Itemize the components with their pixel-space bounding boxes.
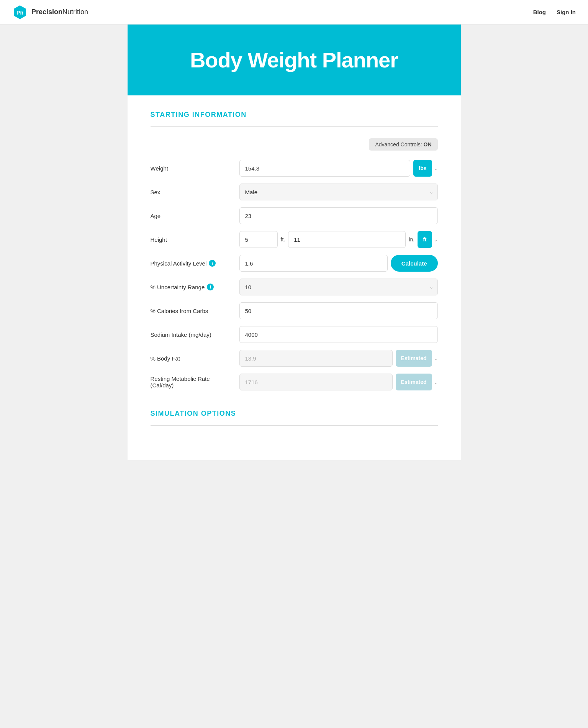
starting-info-title: STARTING INFORMATION — [151, 111, 438, 119]
svg-text:Pn: Pn — [16, 10, 23, 16]
brand-logo: Pn PrecisionNutrition — [12, 5, 88, 20]
weight-unit-wrapper: lbs ⌄ — [413, 160, 437, 177]
rmr-estimated-button[interactable]: Estimated — [396, 374, 432, 390]
weight-unit-chevron-icon[interactable]: ⌄ — [434, 166, 438, 171]
weight-unit-button[interactable]: lbs — [413, 160, 432, 177]
advanced-controls-row: Advanced Controls: ON — [151, 138, 438, 151]
weight-row: Weight lbs ⌄ — [151, 160, 438, 177]
uncertainty-label: % Uncertainty Range i — [151, 284, 235, 290]
height-unit-button[interactable]: ft — [418, 231, 432, 248]
bodyfat-row: % Body Fat Estimated ⌄ — [151, 350, 438, 367]
brand-name: PrecisionNutrition — [31, 8, 88, 16]
height-ft-input[interactable] — [239, 231, 278, 248]
uncertainty-info-icon[interactable]: i — [207, 284, 214, 290]
weight-input[interactable] — [239, 160, 411, 177]
uncertainty-controls: 5 10 15 20 ⌄ — [239, 279, 438, 295]
rmr-label: Resting Metabolic Rate (Cal/day) — [151, 375, 235, 389]
divider-1 — [151, 126, 438, 127]
height-in-input[interactable] — [288, 231, 406, 248]
carbs-row: % Calories from Carbs — [151, 302, 438, 319]
carbs-controls — [239, 302, 438, 319]
height-ft-label: ft. — [281, 236, 285, 243]
height-unit-wrapper: ft ⌄ — [418, 231, 437, 248]
page-wrapper: Body Weight Planner STARTING INFORMATION… — [128, 25, 461, 460]
age-label: Age — [151, 213, 235, 219]
sex-select-wrapper: Male Female ⌄ — [239, 184, 438, 200]
height-in-label: in. — [409, 236, 414, 243]
sodium-label: Sodium Intake (mg/day) — [151, 331, 235, 338]
page-title: Body Weight Planner — [143, 48, 446, 72]
sodium-row: Sodium Intake (mg/day) — [151, 326, 438, 343]
sex-label: Sex — [151, 189, 235, 195]
sodium-controls — [239, 326, 438, 343]
blog-link[interactable]: Blog — [533, 9, 546, 15]
weight-label: Weight — [151, 165, 235, 172]
rmr-input[interactable] — [239, 374, 393, 390]
bodyfat-label: % Body Fat — [151, 355, 235, 362]
simulation-options-section: SIMULATION OPTIONS — [151, 410, 438, 426]
pn-logo-icon: Pn — [12, 5, 28, 20]
rmr-chevron-icon[interactable]: ⌄ — [434, 379, 438, 385]
height-controls: ft. in. ft ⌄ — [239, 231, 438, 248]
height-unit-chevron-icon[interactable]: ⌄ — [434, 237, 438, 243]
height-label: Height — [151, 236, 235, 243]
bodyfat-input[interactable] — [239, 350, 393, 367]
hero-banner: Body Weight Planner — [128, 25, 461, 95]
bodyfat-chevron-icon[interactable]: ⌄ — [434, 356, 438, 361]
advanced-controls-button[interactable]: Advanced Controls: ON — [369, 138, 437, 151]
starting-info-section: STARTING INFORMATION Advanced Controls: … — [151, 111, 438, 390]
height-row: Height ft. in. ft ⌄ — [151, 231, 438, 248]
carbs-label: % Calories from Carbs — [151, 308, 235, 314]
bodyfat-controls: Estimated ⌄ — [239, 350, 438, 367]
age-input[interactable] — [239, 207, 438, 224]
sex-select[interactable]: Male Female — [239, 184, 438, 200]
pal-input[interactable] — [239, 255, 388, 272]
age-row: Age — [151, 207, 438, 224]
sex-row: Sex Male Female ⌄ — [151, 184, 438, 200]
divider-2 — [151, 425, 438, 426]
carbs-input[interactable] — [239, 302, 438, 319]
uncertainty-select[interactable]: 5 10 15 20 — [239, 279, 438, 295]
age-controls — [239, 207, 438, 224]
navbar: Pn PrecisionNutrition Blog Sign In — [0, 0, 588, 25]
pal-info-icon[interactable]: i — [209, 260, 216, 267]
bodyfat-estimated-button[interactable]: Estimated — [396, 350, 432, 367]
rmr-controls: Estimated ⌄ — [239, 374, 438, 390]
bodyfat-badge-wrapper: Estimated ⌄ — [396, 350, 438, 367]
pal-label: Physical Activity Level i — [151, 260, 235, 267]
weight-controls: lbs ⌄ — [239, 160, 438, 177]
uncertainty-select-wrapper: 5 10 15 20 ⌄ — [239, 279, 438, 295]
rmr-row: Resting Metabolic Rate (Cal/day) Estimat… — [151, 374, 438, 390]
pal-controls: Calculate — [239, 255, 438, 272]
nav-links: Blog Sign In — [533, 9, 576, 15]
simulation-options-title: SIMULATION OPTIONS — [151, 410, 438, 418]
pal-row: Physical Activity Level i Calculate — [151, 255, 438, 272]
sex-controls: Male Female ⌄ — [239, 184, 438, 200]
signin-link[interactable]: Sign In — [557, 9, 576, 15]
rmr-badge-wrapper: Estimated ⌄ — [396, 374, 438, 390]
sodium-input[interactable] — [239, 326, 438, 343]
main-content: STARTING INFORMATION Advanced Controls: … — [128, 95, 461, 460]
calculate-button[interactable]: Calculate — [391, 255, 438, 272]
uncertainty-row: % Uncertainty Range i 5 10 15 20 ⌄ — [151, 279, 438, 295]
